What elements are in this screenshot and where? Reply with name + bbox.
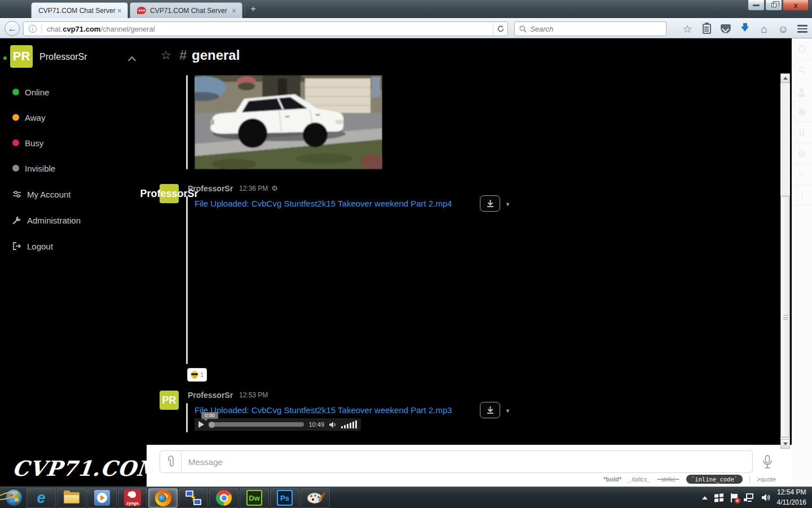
volume-icon[interactable]: [761, 493, 770, 502]
tab-separator: [245, 5, 245, 15]
sliders-icon: [12, 190, 21, 199]
attachment-collapse-caret-icon[interactable]: ▼: [505, 408, 510, 414]
taskbar-media-player[interactable]: [87, 488, 117, 508]
reaction-pill[interactable]: 1: [187, 368, 207, 382]
status-item-away[interactable]: Away: [0, 109, 147, 126]
taskbar-network-connect[interactable]: [179, 488, 208, 508]
sidebar-item-logout[interactable]: Logout: [0, 238, 147, 255]
audio-progress-thumb[interactable]: [209, 422, 215, 428]
account-avatar[interactable]: PR: [10, 45, 33, 68]
browser-tab-inactive[interactable]: CVP71.COM Chat Server ×: [130, 2, 242, 18]
wrench-icon: [12, 216, 21, 225]
bell-icon: [799, 108, 805, 115]
message-input[interactable]: [182, 451, 752, 472]
menu-hamburger-icon[interactable]: [793, 20, 812, 37]
message-avatar[interactable]: ProfessorSr: [160, 184, 179, 203]
car-photo[interactable]: [195, 75, 382, 169]
url-domain: cvp71.com: [63, 25, 100, 33]
back-button[interactable]: ←: [5, 21, 20, 36]
close-button[interactable]: x: [783, 0, 809, 11]
home-icon[interactable]: ⌂: [754, 20, 774, 37]
chrome-icon: [216, 490, 232, 506]
message-input-box[interactable]: [160, 450, 753, 473]
chat-scrollbar[interactable]: [780, 73, 790, 449]
channel-info-tab[interactable]: [792, 38, 812, 59]
video-player[interactable]: [195, 214, 567, 362]
taskbar-chrome[interactable]: [209, 488, 239, 508]
browser-tab-active[interactable]: CVP71.COM Chat Server ×: [31, 2, 128, 18]
message-username: ProfessorSr: [188, 184, 233, 193]
taskbar-windows-explorer[interactable]: [57, 488, 86, 508]
reading-list-icon[interactable]: [697, 20, 716, 37]
search-tab[interactable]: [792, 59, 812, 80]
status-item-busy[interactable]: Busy: [0, 134, 147, 151]
attachment-collapse-caret-icon[interactable]: ▼: [505, 202, 510, 207]
internet-explorer-icon: e: [37, 491, 45, 506]
new-tab-button[interactable]: +: [250, 3, 256, 15]
search-input[interactable]: [530, 25, 666, 33]
media-player-icon: [94, 490, 110, 506]
file-upload-link[interactable]: File Uploaded: CvbCvg Stuntfest2k15 Take…: [195, 199, 452, 208]
sidebar-item-administration[interactable]: Administration: [0, 212, 147, 229]
pocket-icon[interactable]: [716, 20, 735, 37]
files-tab[interactable]: [792, 122, 812, 143]
feedback-smiley-icon[interactable]: ☺: [774, 20, 793, 37]
bookmark-star-icon[interactable]: ☆: [678, 20, 697, 37]
online-dot: [12, 89, 19, 95]
reload-button[interactable]: [493, 22, 508, 36]
window-controls: x: [747, 0, 809, 11]
taskbar-clock[interactable]: 12:54 PM 4/11/2016: [777, 488, 807, 507]
status-item-invisible[interactable]: Invisible: [0, 160, 147, 177]
speaker-icon[interactable]: [329, 421, 337, 428]
message-avatar[interactable]: PR: [160, 391, 179, 410]
download-file-button[interactable]: [480, 195, 500, 212]
downloads-icon[interactable]: [735, 20, 754, 37]
remote-connection-icon: [186, 491, 201, 505]
tab-close-button[interactable]: ×: [116, 6, 123, 15]
status-item-online[interactable]: Online: [0, 84, 147, 100]
tab-close-button[interactable]: ×: [231, 6, 237, 15]
taskbar-internet-explorer[interactable]: e: [27, 488, 56, 508]
site-info-icon[interactable]: i: [29, 25, 37, 33]
taskbar-paint[interactable]: [301, 488, 330, 508]
audio-progress-track[interactable]: [209, 422, 304, 427]
sidebar-item-my-account[interactable]: My Account: [0, 186, 147, 203]
message-actions-gear-icon[interactable]: ⚙: [271, 184, 278, 192]
info-icon: [798, 45, 806, 52]
reload-icon: [497, 25, 505, 33]
url-bar[interactable]: i chat.cvp71.com/channel/general: [23, 21, 508, 36]
attach-file-button[interactable]: [160, 451, 182, 472]
sidebar: PR ProfessorSr Online Away Busy Invisibl…: [0, 38, 147, 487]
chevron-up-icon[interactable]: [128, 56, 136, 64]
play-icon[interactable]: [198, 421, 204, 428]
file-upload-link[interactable]: File Uploaded: CvbCvg Stuntfest2k15 Take…: [195, 405, 452, 415]
download-file-button[interactable]: [480, 402, 500, 418]
channel-favorite-star-icon[interactable]: ☆: [161, 49, 171, 62]
get-windows10-icon[interactable]: [714, 493, 723, 502]
status-label: Invisible: [25, 164, 55, 173]
taskbar-firefox-active[interactable]: [148, 488, 178, 508]
restore-button[interactable]: [765, 0, 782, 11]
search-bar[interactable]: [514, 21, 667, 36]
action-center-flag-icon[interactable]: x: [730, 493, 738, 502]
taskbar-dreamweaver[interactable]: Dw: [240, 488, 269, 508]
starred-tab[interactable]: ☆: [792, 164, 812, 185]
volume-bars[interactable]: [341, 421, 357, 428]
taskbar-zynga[interactable]: zynga: [118, 488, 147, 508]
busy-dot: [12, 139, 19, 146]
scrollbar-thumb[interactable]: [780, 196, 790, 437]
network-status-icon[interactable]: [745, 493, 754, 502]
scroll-up-button[interactable]: [780, 73, 790, 83]
notifications-tab[interactable]: [792, 101, 812, 122]
tray-expand-icon[interactable]: [702, 496, 708, 500]
audio-player[interactable]: 10:49: [195, 418, 361, 431]
chat-main: ☆ # general: [147, 38, 792, 487]
scroll-down-button[interactable]: [780, 439, 790, 449]
mentions-tab[interactable]: @: [792, 143, 812, 164]
members-tab[interactable]: [792, 80, 812, 101]
browser-toolbar: ← i chat.cvp71.com/channel/general ☆ ⌂ ☺: [0, 18, 812, 38]
microphone-button[interactable]: [762, 455, 773, 470]
minimize-button[interactable]: [748, 0, 765, 11]
more-options-tab[interactable]: [792, 185, 812, 205]
taskbar-photoshop[interactable]: Ps: [270, 488, 299, 508]
